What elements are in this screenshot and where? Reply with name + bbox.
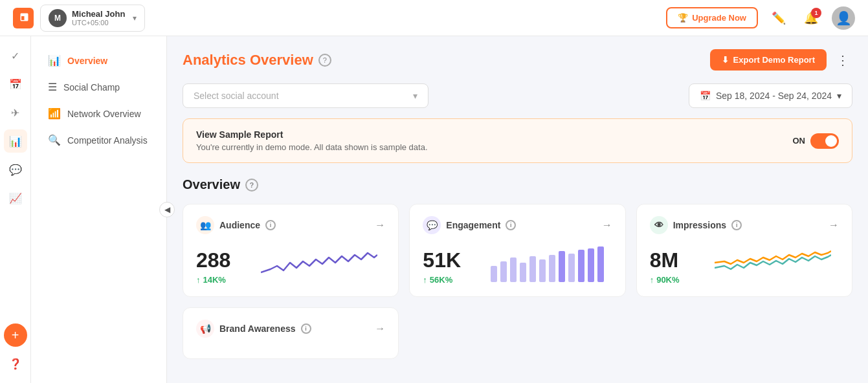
engagement-card-title: 💬 Engagement i [423, 216, 516, 234]
impressions-arrow[interactable]: → [829, 219, 839, 231]
brand-arrow[interactable]: → [375, 323, 385, 334]
impressions-help-icon[interactable]: i [731, 220, 742, 230]
sidebar-item-competitor-label: Competitor Analysis [67, 135, 148, 146]
topbar-left: M Micheal John UTC+05:00 ▾ [13, 5, 145, 32]
page-title: Analytics Overview [183, 52, 313, 69]
compose-button[interactable]: ✏️ [767, 6, 790, 30]
topbar-right: 🏆 Upgrade Now ✏️ 🔔 1 👤 [666, 6, 855, 30]
sidebar-item-network-overview[interactable]: 📶 Network Overview [36, 101, 161, 126]
nav-waveform[interactable]: 📈 [4, 186, 27, 210]
brand-awareness-header: 📢 Brand Awareness i → [196, 320, 385, 338]
impressions-card-title: 👁 Impressions i [650, 216, 742, 234]
demo-banner-description: You're currently in demo mode. All data … [196, 142, 428, 152]
social-account-selector[interactable]: Select social account ▾ [183, 83, 428, 108]
svg-rect-5 [539, 259, 546, 282]
date-range-text: Sep 18, 2024 - Sep 24, 2024 [716, 91, 832, 101]
brand-awareness-card: 📢 Brand Awareness i → [183, 307, 399, 359]
sidebar: 📊 Overview ☰ Social Champ 📶 Network Over… [31, 36, 167, 383]
brand-help-icon[interactable]: i [301, 323, 311, 334]
calendar-icon: 📅 [700, 91, 711, 101]
engagement-growth: ↑ 56K% [423, 275, 474, 285]
demo-toggle[interactable]: ON [793, 133, 840, 149]
impressions-chart [715, 243, 839, 285]
nav-messages[interactable]: 💬 [4, 158, 27, 181]
sidebar-item-overview[interactable]: 📊 Overview [36, 48, 161, 73]
engagement-help-icon[interactable]: i [506, 220, 516, 230]
svg-rect-9 [578, 250, 584, 282]
impressions-value: 8M [650, 248, 702, 272]
toggle-knob [825, 135, 837, 147]
overview-help-icon[interactable]: ? [245, 179, 258, 192]
sidebar-item-social-champ[interactable]: ☰ Social Champ [36, 74, 161, 100]
brand-icon: 📢 [196, 320, 214, 338]
sidebar-item-social-champ-label: Social Champ [63, 82, 120, 93]
audience-help-icon[interactable]: i [265, 220, 276, 230]
sidebar-collapse-button[interactable]: ◀ [159, 202, 175, 217]
audience-arrow[interactable]: → [375, 219, 385, 231]
icon-nav: ✓ 📅 ✈ 📊 💬 📈 + ❓ [0, 36, 31, 383]
engagement-growth-icon: ↑ [423, 275, 427, 285]
user-avatar: M [49, 9, 67, 27]
engagement-value: 51K [423, 248, 474, 272]
svg-rect-11 [597, 246, 604, 282]
engagement-card-body: 51K ↑ 56K% [423, 243, 612, 285]
demo-banner-text: View Sample Report You're currently in d… [196, 129, 428, 152]
content-title: Analytics Overview ? [183, 52, 331, 69]
svg-rect-10 [588, 248, 594, 282]
toggle-switch[interactable] [810, 133, 839, 149]
engagement-stats: 51K ↑ 56K% [423, 248, 474, 285]
engagement-icon: 💬 [423, 216, 441, 234]
profile-button[interactable]: 👤 [832, 6, 855, 30]
date-range-chevron: ▾ [837, 91, 841, 101]
social-champ-icon: ☰ [48, 81, 57, 93]
engagement-arrow[interactable]: → [602, 219, 612, 231]
overview-icon: 📊 [48, 54, 61, 67]
audience-value: 288 [196, 248, 248, 272]
nav-calendar[interactable]: 📅 [4, 72, 27, 96]
notifications-button[interactable]: 🔔 1 [799, 6, 823, 30]
user-selector[interactable]: M Micheal John UTC+05:00 ▾ [40, 5, 145, 32]
app-logo [13, 8, 34, 28]
sidebar-item-network-label: Network Overview [67, 109, 141, 119]
audience-growth: ↑ 14K% [196, 275, 248, 285]
cards-grid: 👥 Audience i → 288 ↑ 14K% [183, 204, 852, 297]
impressions-growth: ↑ 90K% [650, 275, 702, 285]
growth-up-icon: ↑ [196, 275, 201, 285]
nav-add[interactable]: + [4, 323, 27, 347]
date-range-picker[interactable]: 📅 Sep 18, 2024 - Sep 24, 2024 ▾ [689, 83, 852, 108]
trophy-icon: 🏆 [678, 13, 688, 23]
user-name: Micheal John [72, 9, 125, 19]
sidebar-item-competitor[interactable]: 🔍 Competitor Analysis [36, 127, 161, 153]
toggle-label: ON [793, 136, 806, 146]
engagement-card-header: 💬 Engagement i → [423, 216, 612, 234]
user-dropdown-icon: ▾ [133, 14, 137, 23]
svg-rect-0 [491, 266, 497, 282]
impressions-icon: 👁 [650, 216, 668, 234]
demo-banner-title: View Sample Report [196, 129, 428, 140]
svg-rect-8 [568, 254, 575, 282]
header-actions: ⬇ Export Demo Report ⋮ [710, 49, 852, 71]
impressions-card: 👁 Impressions i → 8M ↑ 90K% [636, 204, 852, 297]
more-options-button[interactable]: ⋮ [833, 50, 852, 70]
impressions-card-header: 👁 Impressions i → [650, 216, 839, 234]
engagement-card: 💬 Engagement i → 51K ↑ 56K% [409, 204, 625, 297]
notification-badge: 1 [811, 8, 821, 18]
nav-help[interactable]: ❓ [4, 352, 27, 375]
nav-send[interactable]: ✈ [4, 101, 27, 124]
overview-section-title: Overview ? [183, 177, 852, 192]
upgrade-button[interactable]: 🏆 Upgrade Now [666, 7, 758, 28]
select-account-chevron: ▾ [413, 91, 417, 101]
export-button[interactable]: ⬇ Export Demo Report [710, 49, 827, 71]
select-account-placeholder: Select social account [194, 91, 279, 101]
svg-rect-3 [520, 263, 526, 282]
audience-card: 👥 Audience i → 288 ↑ 14K% [183, 204, 399, 297]
nav-checkmark[interactable]: ✓ [4, 44, 27, 67]
download-icon: ⬇ [722, 55, 729, 65]
user-timezone: UTC+05:00 [72, 19, 125, 27]
main-body: ✓ 📅 ✈ 📊 💬 📈 + ❓ 📊 Overview ☰ So [0, 36, 868, 383]
nav-analytics[interactable]: 📊 [4, 129, 27, 153]
title-help-icon[interactable]: ? [318, 54, 331, 67]
svg-rect-2 [510, 257, 517, 282]
network-icon: 📶 [48, 107, 61, 120]
svg-rect-6 [549, 255, 555, 282]
